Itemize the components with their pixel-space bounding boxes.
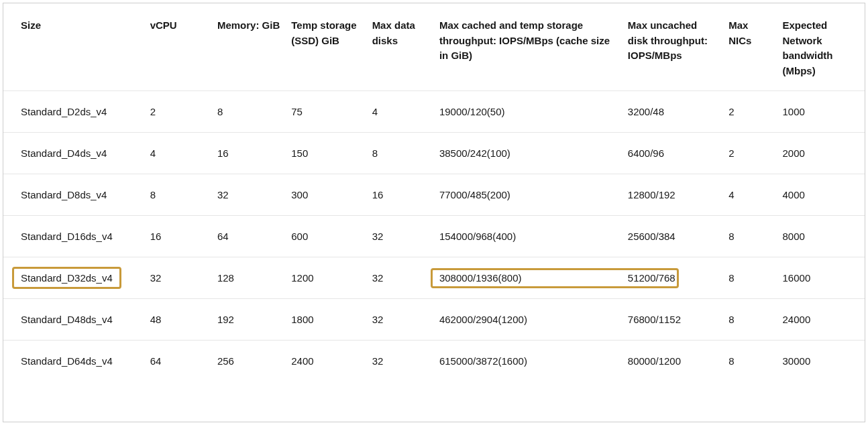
table-cell: Standard_D8ds_v4	[3, 174, 145, 216]
table-cell: 1000	[777, 91, 865, 133]
table-cell: 30000	[777, 341, 865, 382]
table-cell: 16000	[777, 257, 865, 299]
table-cell: 16	[145, 216, 212, 257]
highlight-box: Standard_D32ds_v4	[12, 267, 121, 289]
table-cell: 4000	[777, 174, 865, 216]
table-cell: Standard_D64ds_v4	[3, 341, 145, 382]
table-cell: 76800/1152	[622, 299, 723, 341]
table-cell: 25600/384	[622, 216, 723, 257]
col-header-vcpu: vCPU	[145, 3, 212, 91]
table-cell: 128	[212, 257, 286, 299]
table-cell: 24000	[777, 299, 865, 341]
table-cell: 8	[723, 341, 777, 382]
table-cell: 615000/3872(1600)	[434, 341, 622, 382]
table-cell: Standard_D4ds_v4	[3, 133, 145, 174]
col-header-uncached-throughput: Max uncached disk throughput: IOPS/MBps	[622, 3, 723, 91]
table-cell: 2	[723, 133, 777, 174]
table-cell: 6400/96	[622, 133, 723, 174]
table-cell: 8	[723, 257, 777, 299]
table-row: Standard_D4ds_v4416150838500/242(100)640…	[3, 133, 865, 174]
table-cell: 80000/1200	[622, 341, 723, 382]
table-cell: 32	[367, 341, 434, 382]
table-cell: 1200	[286, 257, 366, 299]
table-header-row: Size vCPU Memory: GiB Temp storage (SSD)…	[3, 3, 865, 91]
table-cell: 2400	[286, 341, 366, 382]
table-cell: 51200/768	[622, 257, 723, 299]
table-cell: 16	[367, 174, 434, 216]
cell-value: 308000/1936(800)	[439, 272, 522, 284]
table-header: Size vCPU Memory: GiB Temp storage (SSD)…	[3, 3, 865, 91]
table-cell: 1800	[286, 299, 366, 341]
table-cell: 8	[723, 299, 777, 341]
table-row: Standard_D48ds_v448192180032462000/2904(…	[3, 299, 865, 341]
table-cell: 4	[145, 133, 212, 174]
table-cell: 8	[145, 174, 212, 216]
table-cell: 300	[286, 174, 366, 216]
table-cell: 32	[367, 299, 434, 341]
table-cell: Standard_D16ds_v4	[3, 216, 145, 257]
table-cell: 64	[145, 341, 212, 382]
col-header-max-data-disks: Max data disks	[367, 3, 434, 91]
table-cell: 38500/242(100)	[434, 133, 622, 174]
table-row: Standard_D64ds_v464256240032615000/3872(…	[3, 341, 865, 382]
table-body: Standard_D2ds_v42875419000/120(50)3200/4…	[3, 91, 865, 382]
col-header-max-nics: Max NICs	[723, 3, 777, 91]
table-cell: 48	[145, 299, 212, 341]
table-cell: 4	[367, 91, 434, 133]
table-cell: 32	[212, 174, 286, 216]
table-cell: 3200/48	[622, 91, 723, 133]
table-cell: 2000	[777, 133, 865, 174]
vm-size-table: Size vCPU Memory: GiB Temp storage (SSD)…	[3, 3, 865, 381]
table-row: Standard_D2ds_v42875419000/120(50)3200/4…	[3, 91, 865, 133]
table-cell: 308000/1936(800)	[434, 257, 622, 299]
table-cell: 256	[212, 341, 286, 382]
col-header-memory: Memory: GiB	[212, 3, 286, 91]
table-cell: 64	[212, 216, 286, 257]
table-cell: 4	[723, 174, 777, 216]
table-row: Standard_D16ds_v4166460032154000/968(400…	[3, 216, 865, 257]
table-row: Standard_D32ds_v432128120032308000/1936(…	[3, 257, 865, 299]
table-cell: Standard_D32ds_v4	[3, 257, 145, 299]
table-cell: 12800/192	[622, 174, 723, 216]
table-cell: Standard_D2ds_v4	[3, 91, 145, 133]
table-cell: 192	[212, 299, 286, 341]
table-cell: 154000/968(400)	[434, 216, 622, 257]
table-cell: 32	[367, 257, 434, 299]
col-header-cached-throughput: Max cached and temp storage throughput: …	[434, 3, 622, 91]
table-cell: 77000/485(200)	[434, 174, 622, 216]
table-cell: 75	[286, 91, 366, 133]
table-cell: 462000/2904(1200)	[434, 299, 622, 341]
table-cell: 8000	[777, 216, 865, 257]
table-cell: 600	[286, 216, 366, 257]
col-header-temp-storage: Temp storage (SSD) GiB	[286, 3, 366, 91]
table-cell: 32	[367, 216, 434, 257]
col-header-size: Size	[3, 3, 145, 91]
table-cell: 150	[286, 133, 366, 174]
table-cell: 16	[212, 133, 286, 174]
table-cell: Standard_D48ds_v4	[3, 299, 145, 341]
table-row: Standard_D8ds_v48323001677000/485(200)12…	[3, 174, 865, 216]
table-cell: 2	[723, 91, 777, 133]
col-header-network-bandwidth: Expected Network bandwidth (Mbps)	[777, 3, 865, 91]
table-cell: 19000/120(50)	[434, 91, 622, 133]
table-frame: Size vCPU Memory: GiB Temp storage (SSD)…	[3, 3, 865, 422]
table-cell: 8	[723, 216, 777, 257]
table-cell: 8	[367, 133, 434, 174]
table-cell: 2	[145, 91, 212, 133]
table-cell: 8	[212, 91, 286, 133]
table-cell: 32	[145, 257, 212, 299]
